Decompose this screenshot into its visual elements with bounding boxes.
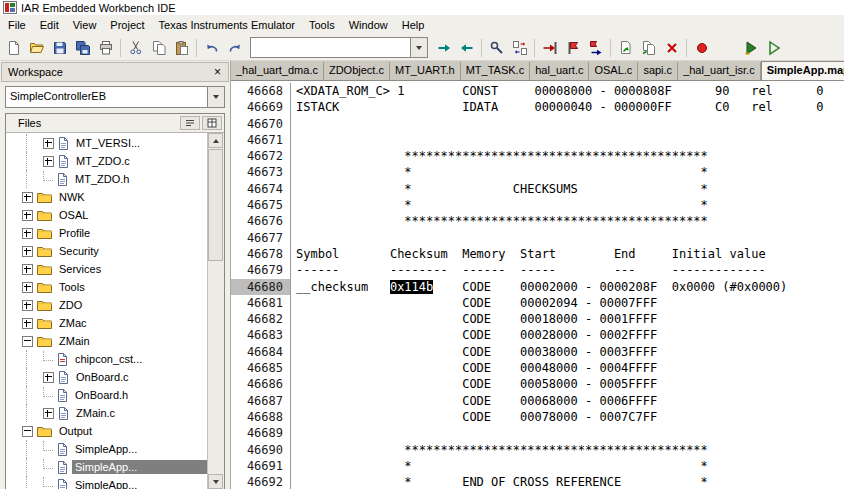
find-combobox-dropdown-button[interactable] (410, 38, 427, 57)
line-text[interactable]: ****************************************… (291, 213, 708, 229)
files-columns-button[interactable] (180, 116, 200, 130)
tree-item-zmac[interactable]: ZMac (6, 314, 208, 332)
expand-icon[interactable] (22, 282, 33, 293)
menu-item-help[interactable]: Help (395, 15, 432, 35)
workspace-close-button[interactable]: × (210, 65, 225, 79)
tree-item-profile[interactable]: Profile (6, 224, 208, 242)
expand-icon[interactable] (22, 246, 33, 257)
tree-item-onboard-c[interactable]: OnBoard.c (6, 368, 208, 386)
tree-item-simpleapp[interactable]: SimpleApp... (6, 440, 208, 458)
tree-item-security[interactable]: Security (6, 242, 208, 260)
line-text[interactable]: * END OF CROSS REFERENCE * (291, 474, 708, 489)
collapse-icon[interactable] (22, 426, 33, 437)
line-text[interactable]: CODE 00002094 - 00007FFF (291, 295, 657, 311)
expand-icon[interactable] (43, 156, 54, 167)
line-text[interactable]: * CHECKSUMS * (291, 181, 708, 197)
line-text[interactable] (291, 132, 296, 148)
line-text[interactable]: Symbol Checksum Memory Start End Initial… (291, 246, 766, 262)
tree-item-zmain-c[interactable]: ZMain.c (6, 404, 208, 422)
line-text[interactable]: CODE 00048000 - 0004FFFF (291, 360, 657, 376)
line-text[interactable]: CODE 00058000 - 0005FFFF (291, 376, 657, 392)
toolbar-button-make[interactable] (637, 37, 660, 59)
toolbar-button-compile[interactable] (614, 37, 637, 59)
tree-item-zmain[interactable]: ZMain (6, 332, 208, 350)
collapse-icon[interactable] (22, 336, 33, 347)
expand-icon[interactable] (43, 408, 54, 419)
files-overview-button[interactable] (202, 116, 222, 130)
tab-sapi-c[interactable]: sapi.c (638, 62, 678, 80)
toolbar-button-stop-build[interactable] (660, 37, 683, 59)
expand-icon[interactable] (22, 228, 33, 239)
line-text[interactable]: ISTACK IDATA 00000040 - 000000FF C0 rel … (291, 99, 823, 115)
tree-item-simpleapp[interactable]: SimpleApp... (6, 476, 208, 489)
tab-hal-uart-c[interactable]: hal_uart.c (530, 62, 589, 80)
line-text[interactable]: ****************************************… (291, 442, 708, 458)
toolbar-button-replace[interactable] (508, 37, 531, 59)
expand-icon[interactable] (22, 210, 33, 221)
toolbar-button-toggle-breakpoint[interactable] (690, 37, 713, 59)
tab-hal-uart-dma-c[interactable]: _hal_uart_dma.c (231, 62, 324, 80)
tree-item-osal[interactable]: OSAL (6, 206, 208, 224)
toolbar-button-save[interactable] (48, 37, 71, 59)
line-text[interactable] (291, 116, 296, 132)
line-text[interactable]: <XDATA_ROM_C> 1 CONST 00008000 - 0000808… (291, 83, 823, 99)
toolbar-button-next-bookmark[interactable] (584, 37, 607, 59)
toolbar-button-undo[interactable] (200, 37, 223, 59)
tree-item-nwk[interactable]: NWK (6, 188, 208, 206)
menu-item-project[interactable]: Project (103, 15, 151, 35)
line-text[interactable]: CODE 00038000 - 0003FFFF (291, 344, 657, 360)
editor-content[interactable]: 46668<XDATA_ROM_C> 1 CONST 00008000 - 00… (231, 81, 844, 489)
tree-item-mt-versi[interactable]: MT_VERSI... (6, 134, 208, 152)
toolbar-button-save-all[interactable] (71, 37, 94, 59)
line-text[interactable]: * * (291, 164, 708, 180)
toolbar-button-open-file[interactable] (25, 37, 48, 59)
workspace-config-select[interactable]: SimpleControllerEB (5, 86, 225, 108)
menu-item-texas-instruments-emulator[interactable]: Texas Instruments Emulator (152, 15, 302, 35)
toolbar-button-new-document[interactable] (2, 37, 25, 59)
line-text[interactable]: CODE 00078000 - 0007C7FF (291, 409, 657, 425)
toolbar-button-download-debug[interactable] (739, 37, 762, 59)
menu-item-view[interactable]: View (66, 15, 104, 35)
scroll-down-button[interactable] (208, 474, 223, 489)
toolbar-button-toggle-bookmark[interactable] (561, 37, 584, 59)
toolbar-button-find-next[interactable] (432, 37, 455, 59)
workspace-panel-header[interactable]: Workspace × (1, 62, 229, 82)
tree-item-services[interactable]: Services (6, 260, 208, 278)
menu-item-edit[interactable]: Edit (33, 15, 66, 35)
scroll-up-button[interactable] (208, 133, 223, 148)
tab-osal-c[interactable]: OSAL.c (589, 62, 638, 80)
line-text[interactable] (291, 425, 296, 441)
tree-item-onboard-h[interactable]: OnBoard.h (6, 386, 208, 404)
line-text[interactable]: ------ -------- ------ ----- --- -------… (291, 262, 766, 278)
find-combobox[interactable] (250, 37, 428, 58)
expand-icon[interactable] (43, 138, 54, 149)
toolbar-button-cut[interactable] (124, 37, 147, 59)
line-text[interactable] (291, 230, 296, 246)
tree-item-output[interactable]: Output (6, 422, 208, 440)
expand-icon[interactable] (22, 300, 33, 311)
line-text[interactable]: ****************************************… (291, 148, 708, 164)
expand-icon[interactable] (22, 192, 33, 203)
line-text[interactable]: CODE 00028000 - 0002FFFF (291, 327, 657, 343)
tree-item-tools[interactable]: Tools (6, 278, 208, 296)
toolbar-button-goto[interactable] (538, 37, 561, 59)
tree-item-chipcon-cst[interactable]: chipcon_cst... (6, 350, 208, 368)
line-text[interactable]: __checksum 0x114b CODE 00002000 - 000020… (291, 279, 787, 295)
menu-item-window[interactable]: Window (342, 15, 395, 35)
tree-item-mt-zdo-h[interactable]: MT_ZDO.h (6, 170, 208, 188)
toolbar-button-paste[interactable] (170, 37, 193, 59)
tab-mt-task-c[interactable]: MT_TASK.c (461, 62, 530, 80)
tree-item-mt-zdo-c[interactable]: MT_ZDO.c (6, 152, 208, 170)
expand-icon[interactable] (22, 318, 33, 329)
toolbar-button-debug-without-download[interactable] (762, 37, 785, 59)
tree-item-simpleapp[interactable]: SimpleApp... (6, 458, 208, 476)
toolbar-button-print[interactable] (94, 37, 117, 59)
toolbar-button-find-previous[interactable] (455, 37, 478, 59)
menu-item-file[interactable]: File (1, 15, 33, 35)
tab-zdobject-c[interactable]: ZDObject.c (324, 62, 390, 80)
expand-icon[interactable] (43, 372, 54, 383)
line-text[interactable]: CODE 00018000 - 0001FFFF (291, 311, 657, 327)
toolbar-button-find-in-files[interactable] (485, 37, 508, 59)
tab-mt-uart-h[interactable]: MT_UART.h (390, 62, 461, 80)
expand-icon[interactable] (22, 264, 33, 275)
